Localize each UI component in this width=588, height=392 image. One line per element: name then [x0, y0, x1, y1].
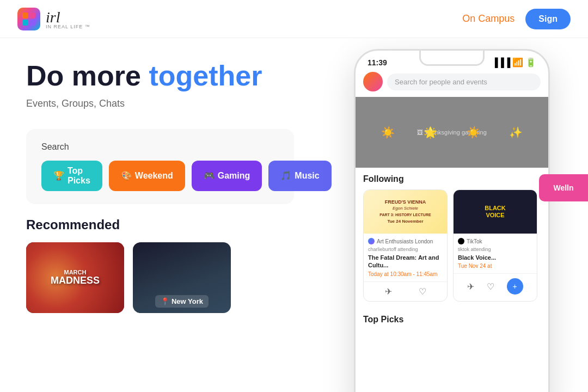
wellness-label: Welln — [553, 183, 573, 192]
black-voice-event-card[interactable]: BLACKVOICE TikTok tiktok attending Black… — [453, 189, 537, 302]
wellness-peek: Welln — [539, 174, 588, 201]
share-button-bv[interactable]: ✈ — [467, 281, 474, 292]
hero-title: Do more together — [26, 60, 294, 93]
search-section: Search 🏆 Top Picks 🎨 Weekend 🎮 Gaming 🎵 … — [26, 129, 294, 204]
phone-banner: 🖼 Thanksgiving gathering ☀️ 🌟 ☀️ ✨ — [356, 97, 548, 168]
filter-top-picks[interactable]: 🏆 Top Picks — [41, 161, 102, 191]
freud-actions: ✈ ♡ — [364, 281, 447, 301]
black-voice-title: Black Voice... — [458, 254, 532, 261]
freud-time: Today at 10:30am - 11:45am — [368, 271, 443, 277]
on-campus-link[interactable]: On Campus — [462, 13, 514, 24]
svg-rect-2 — [22, 20, 28, 26]
filter-gaming[interactable]: 🎮 Gaming — [192, 161, 262, 191]
user-avatar — [363, 72, 383, 91]
black-voice-card-text: BLACKVOICE — [485, 205, 506, 219]
city-name: New York — [171, 297, 203, 305]
phone-status-icons: ▐▐▐ 📶 🔋 — [492, 57, 536, 68]
sun-emoji-1: ☀️ — [381, 126, 395, 139]
logo-area: irl IN REAL LIFE ™ — [17, 8, 90, 30]
black-voice-bg: BLACKVOICE — [454, 190, 537, 234]
black-voice-org-name: TikTok — [467, 238, 482, 244]
left-panel: Do more together Events, Groups, Chats S… — [0, 38, 316, 392]
black-voice-actions: ✈ ♡ + — [454, 273, 537, 299]
hero-title-part2: together — [149, 60, 262, 91]
sun-emoji-4: ✨ — [509, 126, 523, 139]
battery-icon: 🔋 — [525, 57, 536, 68]
recommended-cards: MARCH MADNESS 📍 New York — [26, 242, 294, 313]
gaming-label: Gaming — [218, 171, 250, 181]
freud-event-card[interactable]: FREUD'S VIENNA Egon Schiele PART 3: HIST… — [363, 189, 448, 302]
black-voice-event-org: TikTok — [458, 238, 532, 244]
sun-emoji-3: ☀️ — [467, 126, 480, 139]
wellness-card[interactable]: Welln — [539, 174, 588, 201]
like-button-bv[interactable]: ♡ — [487, 281, 494, 292]
freud-bg: FREUD'S VIENNA Egon Schiele PART 3: HIST… — [364, 190, 447, 234]
gaming-icon: 🎮 — [204, 170, 215, 181]
header: irl IN REAL LIFE ™ On Campus Sign — [0, 0, 588, 38]
like-button-freud[interactable]: ♡ — [419, 286, 426, 297]
phone-search-input[interactable]: Search for people and events — [387, 74, 541, 90]
location-icon: 📍 — [161, 297, 169, 305]
black-voice-attendee: tiktok attending — [458, 247, 532, 252]
freud-event-img: FREUD'S VIENNA Egon Schiele PART 3: HIST… — [364, 190, 447, 234]
following-title: Following — [356, 174, 548, 184]
freud-card-text: FREUD'S VIENNA Egon Schiele PART 3: HIST… — [379, 199, 431, 225]
sun-emoji-2: 🌟 — [424, 126, 437, 139]
filter-tags: 🏆 Top Picks 🎨 Weekend 🎮 Gaming 🎵 Music — [41, 161, 279, 191]
search-label: Search — [41, 142, 279, 152]
logo-text-area: irl IN REAL LIFE ™ — [46, 9, 90, 29]
svg-rect-1 — [29, 13, 35, 19]
banner-scene: 🖼 Thanksgiving gathering ☀️ 🌟 ☀️ ✨ — [356, 97, 548, 168]
music-icon: 🎵 — [280, 170, 291, 181]
hero-title-part1: Do more — [26, 60, 149, 91]
weekend-icon: 🎨 — [121, 170, 132, 181]
freud-event-org: Art Enthusiasts London — [368, 238, 443, 244]
phone-mockup: 11:39 ▐▐▐ 📶 🔋 Search for people and even… — [354, 49, 550, 392]
black-voice-event-img: BLACKVOICE — [454, 190, 537, 234]
svg-rect-0 — [22, 13, 28, 19]
svg-rect-3 — [29, 20, 35, 26]
weekend-label: Weekend — [135, 171, 173, 181]
freud-title: The Fatal Dream: Art and Cultu... — [368, 254, 443, 270]
black-voice-event-info: TikTok tiktok attending Black Voice... T… — [454, 234, 537, 273]
tiktok-icon — [458, 238, 464, 244]
phone-search-bar: Search for people and events — [356, 72, 548, 91]
top-picks-title: Top Picks — [356, 310, 548, 328]
new-york-label: 📍 New York — [155, 295, 209, 308]
phone-section: 11:39 ▐▐▐ 📶 🔋 Search for people and even… — [316, 33, 588, 392]
org-icon — [368, 238, 375, 244]
signal-icon: ▐▐▐ — [492, 58, 510, 68]
freud-attendee: charlieburtoff attending — [368, 247, 443, 252]
add-button-bv[interactable]: + — [507, 278, 523, 295]
phone-time: 11:39 — [367, 58, 387, 67]
emoji-overlays: ☀️ 🌟 ☀️ ✨ — [356, 97, 548, 168]
freud-org-name: Art Enthusiasts London — [377, 238, 433, 244]
recommended-title: Recommended — [26, 217, 294, 232]
hero-subtitle: Events, Groups, Chats — [26, 98, 294, 109]
logo-icon — [17, 8, 40, 30]
black-voice-time: Tue Nov 24 at — [458, 263, 532, 269]
wifi-icon: 📶 — [512, 57, 523, 68]
new-york-card[interactable]: 📍 New York — [133, 242, 231, 313]
sign-up-button[interactable]: Sign — [525, 9, 571, 29]
top-picks-label: Top Picks — [68, 166, 90, 186]
freud-event-info: Art Enthusiasts London charlieburtoff at… — [364, 234, 447, 281]
phone-event-list: FREUD'S VIENNA Egon Schiele PART 3: HIST… — [356, 189, 548, 302]
logo-subtitle: IN REAL LIFE ™ — [46, 24, 90, 29]
share-button-freud[interactable]: ✈ — [385, 286, 392, 297]
header-nav: On Campus Sign — [462, 9, 571, 29]
filter-weekend[interactable]: 🎨 Weekend — [109, 161, 185, 191]
phone-notch — [419, 51, 485, 66]
main-content: Do more together Events, Groups, Chats S… — [0, 38, 588, 392]
march-madness-card[interactable]: MARCH MADNESS — [26, 242, 124, 313]
top-picks-icon: 🏆 — [53, 170, 64, 181]
